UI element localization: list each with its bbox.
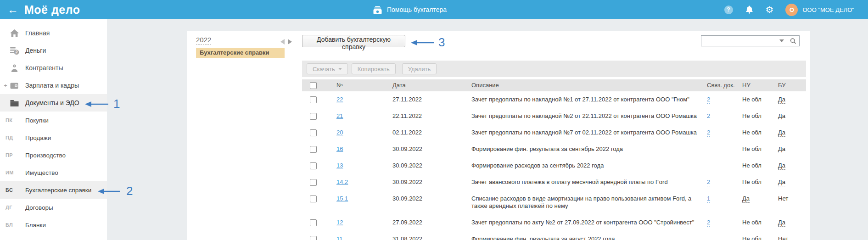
row-linked-docs-link[interactable]: 2 bbox=[707, 112, 710, 120]
sidebar-subitem[interactable]: БЛ Бланки bbox=[0, 216, 107, 234]
row-checkbox[interactable] bbox=[310, 113, 317, 120]
table-header-row: № Дата Описание Связ. док. НУ БУ bbox=[302, 79, 806, 91]
row-bu-value[interactable]: Да bbox=[778, 96, 785, 104]
annotation-step-1: 1 bbox=[113, 98, 120, 110]
row-bu-value[interactable]: Да bbox=[778, 112, 785, 120]
row-number-link[interactable]: 13 bbox=[336, 162, 343, 169]
delete-button[interactable]: Удалить bbox=[402, 63, 437, 74]
collapse-minus-icon[interactable]: − bbox=[3, 100, 8, 106]
row-nu-value: Не обл bbox=[742, 219, 762, 226]
row-bu-value[interactable]: Да bbox=[778, 145, 785, 153]
row-checkbox[interactable] bbox=[310, 162, 317, 169]
row-number-link[interactable]: 11 bbox=[336, 235, 343, 240]
annotation-step-2: 2 bbox=[126, 185, 133, 197]
sidebar-subitem[interactable]: БС Бухгалтерские справки bbox=[0, 181, 107, 199]
table-row: 15.1 30.09.2022 Списание расходов в виде… bbox=[302, 190, 806, 214]
row-checkbox[interactable] bbox=[310, 129, 317, 136]
subitem-label: Покупки bbox=[25, 117, 49, 124]
download-chevron-icon bbox=[338, 68, 342, 70]
row-number-link[interactable]: 21 bbox=[336, 112, 343, 120]
subitem-label: Продажи bbox=[25, 134, 51, 141]
row-date: 30.09.2022 bbox=[392, 179, 422, 186]
row-number-link[interactable]: 20 bbox=[336, 129, 343, 136]
row-checkbox[interactable] bbox=[310, 179, 317, 186]
row-nu-value: Не обл bbox=[742, 112, 762, 120]
row-nu-value[interactable]: Да bbox=[742, 195, 750, 203]
row-description: Формирование расходов за сентябрь 2022 г… bbox=[471, 162, 699, 169]
row-description: Формирование фин. результата за август 2… bbox=[471, 235, 699, 240]
sidebar-item-money[interactable]: ₽ Деньги bbox=[0, 42, 107, 59]
row-checkbox[interactable] bbox=[310, 236, 317, 240]
copy-button[interactable]: Копировать bbox=[352, 63, 396, 74]
help-icon[interactable]: ? bbox=[724, 6, 733, 14]
row-date: 31.08.2022 bbox=[392, 235, 422, 240]
table-row: 21 22.11.2022 Зачет предоплаты по наклад… bbox=[302, 108, 806, 124]
subitem-code: БС bbox=[6, 187, 19, 193]
row-number-link[interactable]: 16 bbox=[336, 145, 343, 153]
row-checkbox[interactable] bbox=[310, 219, 317, 226]
search-button[interactable] bbox=[787, 36, 799, 46]
row-linked-docs-link[interactable]: 2 bbox=[707, 129, 710, 137]
annotation-step-3: 3 bbox=[438, 36, 445, 48]
row-bu-value[interactable]: Да bbox=[778, 179, 785, 186]
row-checkbox[interactable] bbox=[310, 195, 317, 202]
download-button[interactable]: Скачать bbox=[307, 63, 348, 74]
row-linked-docs-link[interactable]: 2 bbox=[707, 179, 710, 186]
header-nu: НУ bbox=[742, 82, 750, 89]
row-linked-docs-link[interactable]: 1 bbox=[707, 195, 710, 203]
table-body: 22 27.11.2022 Зачет предоплаты по наклад… bbox=[302, 91, 806, 240]
row-linked-docs-link[interactable]: 2 bbox=[707, 219, 710, 227]
sidebar-subitem[interactable]: ПД Продажи bbox=[0, 129, 107, 146]
row-date: 02.11.2022 bbox=[392, 129, 422, 136]
bell-icon[interactable] bbox=[745, 5, 754, 14]
top-header: ← Моё дело Помощь бухгалтера ? ⚙ О ООО "… bbox=[0, 0, 868, 19]
year-pager bbox=[280, 39, 292, 45]
sidebar-subitem[interactable]: ПР Производство bbox=[0, 146, 107, 164]
sidebar-subitem[interactable]: ИМ Имущество bbox=[0, 164, 107, 181]
search-input[interactable] bbox=[704, 36, 779, 46]
row-description: Зачет предоплаты по акту №2 от 27.09.202… bbox=[471, 219, 699, 226]
row-linked-docs-link[interactable]: 2 bbox=[707, 96, 710, 104]
accountant-help-label: Помощь бухгалтера bbox=[387, 6, 447, 13]
row-number-link[interactable]: 12 bbox=[336, 219, 343, 226]
header-date: Дата bbox=[392, 82, 406, 89]
accountant-help-link[interactable]: Помощь бухгалтера bbox=[372, 0, 447, 19]
row-checkbox[interactable] bbox=[310, 96, 317, 103]
app-logo[interactable]: Моё дело bbox=[24, 3, 80, 17]
sidebar-subitem[interactable]: ДГ Договоры bbox=[0, 199, 107, 216]
row-number-link[interactable]: 22 bbox=[336, 96, 343, 103]
org-name[interactable]: ООО "МОЕ ДЕЛО" bbox=[802, 6, 854, 13]
prev-year-icon[interactable] bbox=[280, 39, 285, 45]
accounting-notes-filter-label[interactable]: Бухгалтерские справки bbox=[196, 48, 285, 58]
search-dropdown-chevron-icon[interactable] bbox=[779, 39, 784, 42]
next-year-icon[interactable] bbox=[288, 39, 292, 45]
annotation-arrow-3 bbox=[410, 39, 435, 46]
row-bu-value[interactable]: Да bbox=[778, 162, 785, 170]
row-checkbox[interactable] bbox=[310, 146, 317, 153]
sidebar-item-salary[interactable]: + Зарплата и кадры bbox=[0, 77, 107, 94]
row-bu-value[interactable]: Да bbox=[778, 219, 785, 227]
gear-icon[interactable]: ⚙ bbox=[766, 5, 774, 14]
expand-plus-icon[interactable]: + bbox=[3, 82, 8, 89]
add-accounting-note-button[interactable]: Добавить бухгалтерскую справку bbox=[302, 35, 405, 47]
table-toolbar: Скачать Копировать Удалить bbox=[302, 61, 806, 77]
wallet-icon bbox=[9, 81, 20, 90]
subitem-label: Договоры bbox=[25, 204, 53, 211]
back-arrow-icon[interactable]: ← bbox=[7, 4, 18, 15]
table-row: 22 27.11.2022 Зачет предоплаты по наклад… bbox=[302, 91, 806, 108]
avatar[interactable]: О bbox=[785, 4, 798, 16]
row-description: Зачет предоплаты по накладной №2 от 22.1… bbox=[471, 112, 699, 120]
subitem-label: Бухгалтерские справки bbox=[25, 187, 91, 194]
row-nu-value: Не обл bbox=[742, 179, 762, 186]
row-number-link[interactable]: 15.1 bbox=[336, 195, 348, 202]
sidebar-subitem[interactable]: ПК Покупки bbox=[0, 112, 107, 129]
home-icon bbox=[9, 29, 20, 38]
sidebar-item-contractors[interactable]: Контрагенты bbox=[0, 59, 107, 77]
select-all-checkbox[interactable] bbox=[310, 82, 317, 89]
subitem-code: ПД bbox=[6, 135, 19, 140]
year-selector[interactable]: 2022 bbox=[196, 36, 211, 45]
row-number-link[interactable]: 14.2 bbox=[336, 179, 348, 186]
row-bu-value[interactable]: Да bbox=[778, 129, 785, 137]
sidebar-item-home[interactable]: Главная bbox=[0, 24, 107, 42]
subitem-code: ПР bbox=[6, 152, 19, 158]
